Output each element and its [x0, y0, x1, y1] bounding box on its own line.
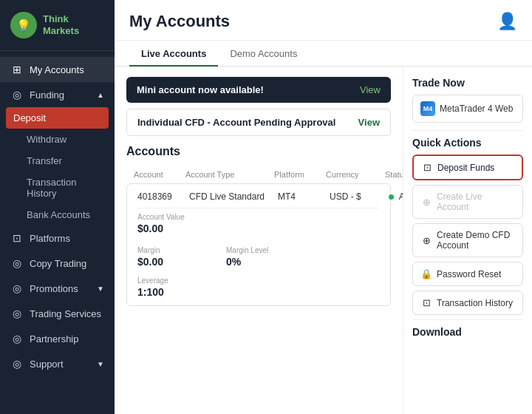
right-panel: Trade Now M4 MetaTrader 4 Web Quick Acti… — [403, 67, 532, 414]
grid-icon: ⊞ — [10, 64, 24, 75]
sidebar-item-promotions[interactable]: ◎ Promotions ▼ — [0, 276, 115, 301]
deposit-funds-button[interactable]: ⊡ Deposit Funds — [412, 155, 523, 180]
support-icon: ◎ — [10, 358, 24, 370]
banner-secondary-text: Individual CFD - Account Pending Approva… — [137, 117, 335, 128]
tab-demo-accounts[interactable]: Demo Accounts — [218, 41, 309, 67]
sidebar-item-label: Withdraw — [27, 134, 66, 145]
sidebar-item-transaction-history[interactable]: Transaction History — [0, 172, 115, 204]
logo-text: Think Markets — [43, 13, 79, 36]
col-currency: Currency — [326, 170, 385, 179]
sidebar-item-label: Bank Accounts — [27, 209, 90, 220]
sidebar-item-label: Promotions — [30, 283, 78, 294]
trade-now-title: Trade Now — [412, 77, 523, 89]
sidebar-item-label: Platforms — [30, 233, 70, 244]
account-number: 4018369 — [137, 191, 189, 202]
deposit-icon: ⊡ — [421, 162, 433, 173]
partnership-icon: ◎ — [10, 333, 24, 345]
margin-level-label: Margin Level — [226, 246, 285, 254]
action-label: Create Live Account — [437, 191, 515, 212]
account-value: $0.00 — [137, 223, 197, 234]
account-value-label: Account Value — [137, 213, 197, 221]
logo-icon: 💡 — [10, 12, 37, 38]
create-live-account-button[interactable]: ⊕ Create Live Account — [412, 185, 523, 219]
user-icon[interactable]: 👤 — [497, 12, 517, 31]
sidebar-item-deposit[interactable]: Deposit — [6, 107, 109, 129]
sidebar-item-withdraw[interactable]: Withdraw — [0, 129, 115, 150]
margin-level-item: Margin Level 0% — [226, 246, 285, 268]
sidebar-item-label: My Accounts — [30, 64, 84, 75]
sidebar-item-support[interactable]: ◎ Support ▼ — [0, 351, 115, 376]
funding-icon: ◎ — [10, 89, 24, 101]
sidebar-item-copy-trading[interactable]: ◎ Copy Trading — [0, 251, 115, 276]
col-account: Account — [134, 170, 185, 179]
sidebar-item-trading-services[interactable]: ◎ Trading Services — [0, 301, 115, 326]
account-platform: MT4 — [278, 191, 330, 202]
tab-live-accounts[interactable]: Live Accounts — [129, 41, 218, 67]
main-content: My Accounts 👤 Live Accounts Demo Account… — [115, 0, 532, 414]
copy-trading-icon: ◎ — [10, 257, 24, 269]
sidebar-item-label: Funding — [30, 89, 64, 101]
account-value-item: Account Value $0.00 — [137, 213, 197, 234]
quick-actions-title: Quick Actions — [412, 137, 523, 149]
sidebar-nav: ⊞ My Accounts ◎ Funding ▲ Deposit Withdr… — [0, 51, 115, 414]
status-dot — [389, 194, 394, 200]
margin-value: $0.00 — [137, 256, 197, 268]
action-label: Transaction History — [437, 298, 513, 308]
action-label: Create Demo CFD Account — [437, 230, 515, 251]
mt4-icon: M4 — [420, 101, 435, 116]
page-header: My Accounts 👤 — [115, 0, 532, 41]
sidebar-item-label: Deposit — [13, 112, 46, 123]
mini-account-banner: Mini account now available! View — [126, 77, 391, 103]
leverage-label: Leverage — [137, 276, 197, 285]
create-demo-icon: ⊕ — [420, 235, 432, 246]
margin-item: Margin $0.00 — [137, 246, 197, 268]
platforms-icon: ⊡ — [10, 232, 24, 244]
sidebar-item-label: Copy Trading — [30, 258, 86, 269]
cfd-pending-banner: Individual CFD - Account Pending Approva… — [126, 109, 391, 136]
leverage-value: 1:100 — [137, 286, 197, 298]
banner-text: Mini account now available! — [137, 84, 264, 95]
banner-view-link[interactable]: View — [360, 84, 381, 95]
sidebar: 💡 Think Markets ⊞ My Accounts ◎ Funding … — [0, 0, 115, 414]
margin-label: Margin — [137, 246, 197, 254]
account-type: CFD Live Standard — [189, 191, 278, 202]
sidebar-item-funding[interactable]: ◎ Funding ▲ — [0, 82, 115, 107]
sidebar-item-label: Transaction History — [27, 177, 76, 199]
metatrader-4-web-button[interactable]: M4 MetaTrader 4 Web — [412, 95, 523, 123]
account-status: Active — [389, 191, 403, 202]
history-icon: ⊡ — [420, 297, 432, 308]
logo[interactable]: 💡 Think Markets — [0, 0, 115, 51]
chevron-down-icon: ▼ — [97, 285, 104, 293]
create-live-icon: ⊕ — [420, 197, 432, 208]
sidebar-item-partnership[interactable]: ◎ Partnership — [0, 326, 115, 351]
leverage-item: Leverage 1:100 — [137, 276, 197, 298]
action-label: Password Reset — [437, 269, 501, 279]
sidebar-item-label: Transfer — [27, 155, 62, 166]
sidebar-item-transfer[interactable]: Transfer — [0, 150, 115, 172]
password-reset-button[interactable]: 🔒 Password Reset — [412, 262, 523, 286]
col-account-type: Account Type — [185, 170, 274, 179]
account-currency: USD - $ — [330, 191, 389, 202]
sidebar-item-label: Partnership — [30, 333, 78, 345]
sidebar-item-my-accounts[interactable]: ⊞ My Accounts — [0, 57, 115, 82]
page-title: My Accounts — [129, 12, 230, 31]
account-details: Account Value $0.00 Margin $0.00 Margin … — [137, 208, 380, 298]
trade-button-label: MetaTrader 4 Web — [440, 104, 513, 114]
margin-level-value: 0% — [226, 256, 285, 268]
transaction-history-button[interactable]: ⊡ Transaction History — [412, 291, 523, 315]
download-title: Download — [412, 326, 523, 338]
divider — [412, 130, 523, 131]
table-header: Account Account Type Platform Currency S… — [126, 166, 391, 183]
create-demo-account-button[interactable]: ⊕ Create Demo CFD Account — [412, 223, 523, 257]
trading-services-icon: ◎ — [10, 308, 24, 319]
banner-secondary-view-link[interactable]: View — [358, 117, 380, 128]
sidebar-item-label: Trading Services — [30, 308, 101, 319]
table-row: 4018369 CFD Live Standard MT4 USD - $ Ac… — [137, 191, 380, 202]
sidebar-item-platforms[interactable]: ⊡ Platforms — [0, 225, 115, 251]
promotions-icon: ◎ — [10, 282, 24, 294]
chevron-up-icon: ▲ — [97, 91, 104, 99]
col-status: Status — [385, 170, 403, 179]
sidebar-item-bank-accounts[interactable]: Bank Accounts — [0, 204, 115, 225]
action-label: Deposit Funds — [437, 163, 494, 173]
content-left: Mini account now available! View Individ… — [115, 67, 403, 414]
